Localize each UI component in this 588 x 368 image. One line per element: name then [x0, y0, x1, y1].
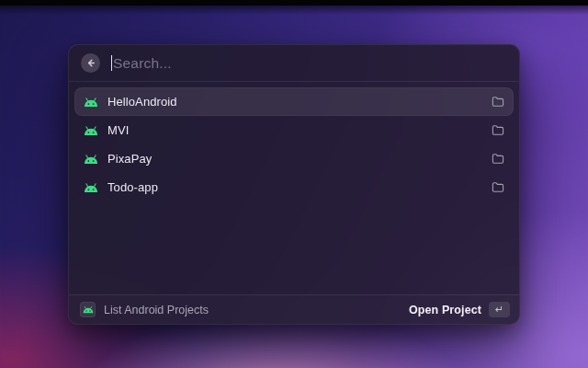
text-caret	[111, 55, 112, 71]
search-input[interactable]: Search...	[111, 45, 507, 81]
footer-bar: List Android Projects Open Project ↵	[69, 294, 519, 324]
list-item-mvi[interactable]: MVI	[74, 116, 514, 144]
command-name: List Android Projects	[104, 304, 209, 316]
primary-action-label: Open Project	[409, 304, 481, 316]
folder-icon	[492, 181, 504, 193]
menu-bar-shadow	[0, 6, 588, 15]
back-button[interactable]	[81, 53, 100, 73]
folder-icon	[492, 96, 504, 108]
enter-key-icon: ↵	[489, 302, 510, 317]
open-project-button[interactable]: Open Project ↵	[409, 302, 510, 317]
desktop-wallpaper: Search... HelloAndroid	[0, 0, 588, 368]
launcher-window: Search... HelloAndroid	[68, 44, 520, 325]
search-placeholder: Search...	[113, 55, 172, 72]
list-item-label: HelloAndroid	[107, 95, 177, 109]
android-icon	[84, 182, 98, 193]
list-item-pixapay[interactable]: PixaPay	[74, 144, 514, 173]
list-item-label: PixaPay	[107, 152, 152, 166]
list-item-todo-app[interactable]: Todo-app	[74, 173, 514, 201]
android-icon	[84, 97, 98, 108]
android-icon	[84, 154, 98, 165]
list-item-helloandroid[interactable]: HelloAndroid	[74, 87, 514, 116]
list-item-label: MVI	[107, 123, 129, 137]
back-arrow-icon	[85, 58, 96, 68]
android-icon	[84, 125, 98, 136]
results-list: HelloAndroid MVI	[69, 82, 519, 294]
list-item-label: Todo-app	[107, 180, 158, 194]
folder-icon	[492, 124, 504, 136]
search-header: Search...	[69, 45, 519, 82]
command-android-icon	[80, 302, 96, 317]
folder-icon	[492, 153, 504, 165]
